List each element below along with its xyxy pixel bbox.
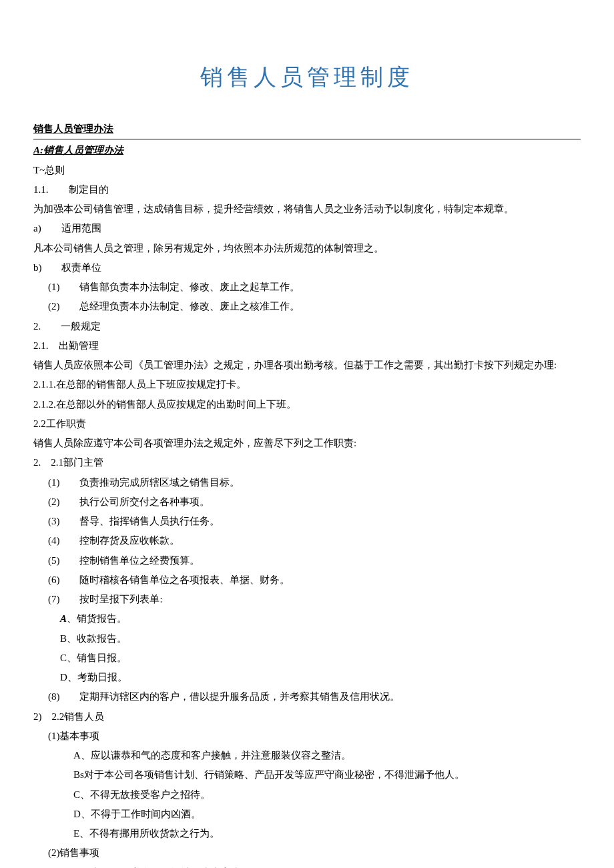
heading-1: 销售人员管理办法 — [33, 123, 113, 134]
duty-2: (2) 执行公司所交付之各种事项。 — [33, 492, 581, 512]
heading-2: A:销售人员管理办法 — [33, 145, 123, 155]
document-title: 销售人员管理制度 — [33, 55, 581, 99]
para-duties: 销售人员除应遵守本公司各项管理办法之规定外，应善尽下列之工作职责: — [33, 434, 581, 453]
duty-7d: D、考勤日报。 — [33, 668, 581, 687]
basic-c: C、不得无故接受客户之招待。 — [33, 785, 581, 805]
para-attendance: 销售人员应依照本公司《员工管理办法》之规定，办理各项出勤考核。但基于工作之需要，… — [33, 356, 581, 375]
duty-4: (4) 控制存货及应收帐款。 — [33, 531, 581, 550]
duty-7a-prefix: A — [60, 613, 67, 624]
para-scope: 凡本公司销售人员之管理，除另有规定外，均依照本办法所规范的体制管理之。 — [33, 239, 581, 258]
basic-b: Bs对于本公司各项销售计划、行销策略、产品开发等应严守商业秘密，不得泄漏予他人。 — [33, 765, 581, 785]
duty-7a-text: 、销货报告。 — [67, 613, 127, 624]
section-2-2-1: 2. 2.1部门主管 — [33, 453, 581, 472]
section-2: 2. 一般规定 — [33, 317, 581, 336]
item-b1: (1) 销售部负责本办法制定、修改、废止之起草工作。 — [33, 278, 581, 297]
duty-7b: B、收款报告。 — [33, 629, 581, 648]
item-b2: (2) 总经理负责本办法制定、修改、废止之核准工作。 — [33, 297, 581, 316]
duty-7c: C、销售日报。 — [33, 648, 581, 668]
section-2-1-1: 2.1.1.在总部的销售部人员上下班应按规定打卡。 — [33, 375, 581, 394]
basic-a: A、应以谦恭和气的态度和客户接触，并注意服装仪容之整洁。 — [33, 746, 581, 765]
basic-items: (1)基本事项 — [33, 727, 581, 746]
duty-7: (7) 按时呈报下列表单: — [33, 590, 581, 609]
basic-d: D、不得于工作时间内凶酒。 — [33, 805, 581, 824]
section-2-1: 2.1. 出勤管理 — [33, 336, 581, 356]
section-2-1-2: 2.1.2.在总部以外的销售部人员应按规定的出勤时间上下班。 — [33, 395, 581, 414]
duty-3: (3) 督导、指挥销售人员执行任务。 — [33, 512, 581, 531]
sales-items: (2)销售事项 — [33, 843, 581, 863]
duty-5: (5) 控制销售单位之经费预算。 — [33, 551, 581, 570]
section-2-2-2: 2) 2.2销售人员 — [33, 707, 581, 727]
duty-8: (8) 定期拜访辖区内的客户，借以提升服务品质，并考察其销售及信用状况。 — [33, 687, 581, 707]
duty-6: (6) 随时稽核各销售单位之各项报表、单据、财务。 — [33, 570, 581, 590]
duty-1: (1) 负责推动完成所辖区域之销售目标。 — [33, 473, 581, 492]
para-purpose: 为加强本公司销售管理，达成销售目标，提升经营绩效，将销售人员之业务活动予以制度化… — [33, 199, 581, 219]
section-b: b) 权责单位 — [33, 258, 581, 278]
section-general: T~总则 — [33, 161, 581, 180]
section-2-2: 2.2工作职责 — [33, 414, 581, 434]
sales-a: A、产品使用之说明，设计及生产之指导。 — [33, 863, 581, 868]
section-1-1: 1.1. 制定目的 — [33, 180, 581, 199]
basic-e: E、不得有挪用所收货款之行为。 — [33, 824, 581, 843]
duty-7a: A、销货报告。 — [33, 609, 581, 628]
section-a: a) 适用范围 — [33, 219, 581, 238]
